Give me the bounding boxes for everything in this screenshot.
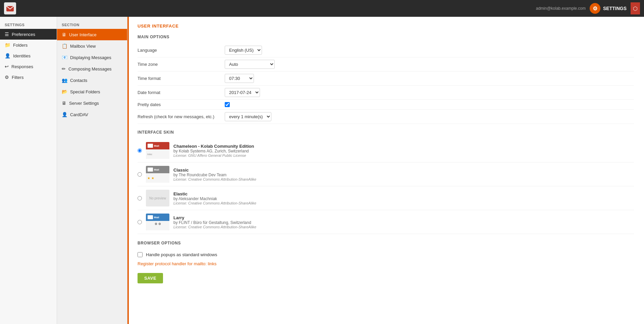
composing-icon: ✏ [62, 66, 66, 72]
app-logo [4, 2, 16, 14]
pretty-dates-control [225, 102, 230, 107]
handle-popups-label: Handle popups as standard windows [146, 252, 217, 257]
carddav-icon: 👤 [62, 112, 67, 117]
skin-item-elastic: No preview Elastic by Aleksander Machnia… [138, 186, 634, 210]
middle-item-label: Special Folders [70, 89, 100, 94]
sidebar-item-identities[interactable]: 👤 Identities [0, 50, 57, 61]
skin-info-elastic: Elastic by Aleksander Machniak License: … [173, 191, 256, 205]
folders-icon: 📁 [5, 42, 10, 48]
handle-popups-row: Handle popups as standard windows [138, 249, 634, 260]
middle-item-label: User Interface [69, 32, 97, 37]
identities-icon: 👤 [5, 53, 10, 58]
settings-sidebar-title: SETTINGS [0, 20, 57, 29]
middle-item-label: Mailbox View [70, 44, 96, 49]
skin-name-chameleon: Chameleon - Kolab Community Edition [173, 144, 254, 149]
date-format-control: 2017-07-24 07/24/2017 24.07.2017 [225, 88, 260, 97]
middle-section: SECTION 🖥 User Interface 📋 Mailbox View … [57, 17, 127, 324]
main-layout: SETTINGS ☰ Preferences 📁 Folders 👤 Ident… [0, 17, 644, 324]
contacts-icon: 👥 [62, 78, 67, 83]
middle-item-user-interface[interactable]: 🖥 User Interface [57, 29, 127, 40]
date-format-select[interactable]: 2017-07-24 07/24/2017 24.07.2017 [225, 88, 260, 97]
username-display: admin@kolab.example.com [536, 6, 586, 11]
refresh-control: every 1 minute(s) every 3 minutes every … [225, 112, 271, 121]
language-label: Language [138, 48, 225, 53]
skin-license-elastic: License: Creative Commons Attribution-Sh… [173, 201, 256, 205]
language-control: English (US) German French Spanish [225, 46, 262, 55]
timezone-control: Auto UTC America/New_York Europe/Berlin [225, 60, 275, 69]
sidebar-item-label: Preferences [12, 32, 35, 37]
topbar-right: admin@kolab.example.com ⚙ SETTINGS ⬡ [536, 2, 640, 14]
middle-item-label: Displaying Messages [70, 55, 111, 60]
skin-license-classic: License: Creative Commons Attribution-Sh… [173, 177, 256, 181]
user-interface-icon: 🖥 [62, 32, 66, 37]
topbar: admin@kolab.example.com ⚙ SETTINGS ⬡ [0, 0, 644, 17]
sidebar-item-label: Identities [13, 53, 31, 58]
content-area: USER INTERFACE MAIN OPTIONS Language Eng… [127, 17, 644, 324]
skin-by-elastic: by Aleksander Machniak [173, 196, 256, 201]
skin-thumb-chameleon: Mail Inbc [146, 142, 169, 159]
time-format-row: Time format 07:30 7:30 AM 19:30 [138, 72, 634, 86]
browser-options-header: BROWSER OPTIONS [138, 241, 634, 245]
skin-license-larry: License: Creative Commons Attribution-Sh… [173, 225, 256, 229]
pretty-dates-row: Pretty dates [138, 100, 634, 110]
refresh-select[interactable]: every 1 minute(s) every 3 minutes every … [225, 112, 271, 121]
middle-item-mailbox-view[interactable]: 📋 Mailbox View [57, 40, 127, 52]
notification-bell[interactable]: ⬡ [631, 2, 640, 14]
sidebar-item-label: Responses [11, 64, 33, 69]
sidebar-item-label: Folders [13, 43, 28, 48]
skin-thumb-elastic: No preview [146, 190, 169, 206]
content-title: USER INTERFACE [138, 24, 634, 29]
middle-item-label: Composing Messages [68, 66, 112, 72]
timezone-row: Time zone Auto UTC America/New_York Euro… [138, 57, 634, 72]
skin-item-chameleon: Mail Inbc Chameleon - Kolab Community Ed… [138, 139, 634, 163]
sidebar-item-responses[interactable]: ↩ Responses [0, 61, 57, 72]
refresh-label: Refresh (check for new messages, etc.) [138, 114, 225, 119]
skin-info-classic: Classic by The Roundcube Dev Team Licens… [173, 168, 256, 181]
settings-label: SETTINGS [603, 6, 627, 11]
interface-skin-header: INTERFACE SKIN [138, 130, 634, 135]
special-folders-icon: 📂 [62, 89, 67, 94]
skin-by-larry: by FLINT / Büro für Gestaltung, Switzerl… [173, 220, 256, 225]
save-button[interactable]: SAVE [138, 273, 163, 283]
skin-by-chameleon: by Kolab Systems AG, Zurich, Switzerland [173, 149, 254, 153]
middle-item-displaying-messages[interactable]: 📧 Displaying Messages [57, 52, 127, 63]
preferences-icon: ☰ [5, 32, 9, 37]
timezone-label: Time zone [138, 62, 225, 67]
skin-radio-elastic[interactable] [138, 196, 142, 200]
displaying-icon: 📧 [62, 55, 67, 60]
middle-item-contacts[interactable]: 👥 Contacts [57, 75, 127, 86]
skin-by-classic: by The Roundcube Dev Team [173, 173, 256, 177]
date-format-row: Date format 2017-07-24 07/24/2017 24.07.… [138, 86, 634, 100]
time-format-control: 07:30 7:30 AM 19:30 [225, 74, 254, 83]
skin-options: Mail Inbc Chameleon - Kolab Community Ed… [138, 139, 634, 234]
language-row: Language English (US) German French Span… [138, 43, 634, 57]
skin-name-classic: Classic [173, 168, 256, 173]
skin-radio-classic[interactable] [138, 172, 142, 177]
middle-item-server-settings[interactable]: 🖥 Server Settings [57, 97, 127, 109]
handle-popups-checkbox[interactable] [138, 252, 143, 257]
skin-radio-chameleon[interactable] [138, 148, 142, 153]
middle-item-label: Server Settings [69, 101, 99, 106]
middle-item-composing-messages[interactable]: ✏ Composing Messages [57, 63, 127, 75]
skin-radio-larry[interactable] [138, 220, 142, 224]
time-format-select[interactable]: 07:30 7:30 AM 19:30 [225, 74, 254, 83]
middle-item-carddav[interactable]: 👤 CardDAV [57, 109, 127, 120]
language-select[interactable]: English (US) German French Spanish [225, 46, 262, 55]
gear-icon: ⚙ [590, 3, 600, 14]
filters-icon: ⚙ [5, 75, 9, 80]
sidebar-item-preferences[interactable]: ☰ Preferences [0, 29, 57, 40]
skin-info-chameleon: Chameleon - Kolab Community Edition by K… [173, 144, 254, 157]
timezone-select[interactable]: Auto UTC America/New_York Europe/Berlin [225, 60, 275, 69]
pretty-dates-label: Pretty dates [138, 102, 225, 107]
skin-name-larry: Larry [173, 215, 256, 220]
section-title: SECTION [57, 20, 127, 29]
register-protocol-link[interactable]: Register protocol handler for mailto: li… [138, 261, 634, 266]
settings-nav[interactable]: ⚙ SETTINGS [590, 3, 627, 14]
middle-item-special-folders[interactable]: 📂 Special Folders [57, 86, 127, 97]
refresh-row: Refresh (check for new messages, etc.) e… [138, 110, 634, 124]
pretty-dates-checkbox[interactable] [225, 102, 230, 107]
sidebar-item-label: Filters [12, 75, 23, 80]
server-settings-icon: 🖥 [62, 100, 66, 106]
sidebar-item-folders[interactable]: 📁 Folders [0, 40, 57, 50]
sidebar-item-filters[interactable]: ⚙ Filters [0, 72, 57, 83]
